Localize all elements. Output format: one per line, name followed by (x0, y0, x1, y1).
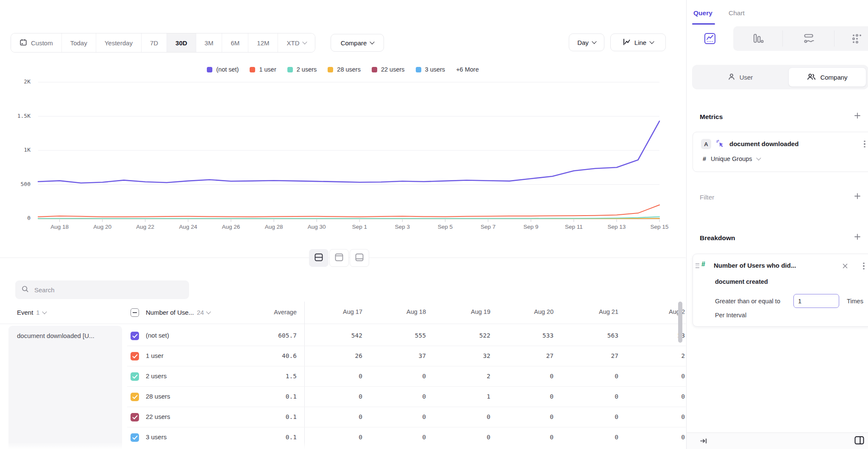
panel-layout-icon[interactable] (854, 436, 864, 446)
scatter-chart-icon[interactable] (844, 26, 868, 51)
series-label[interactable]: (not set) (146, 332, 169, 339)
table-cell-value: 0 (630, 434, 685, 441)
tab-query[interactable]: Query (693, 9, 712, 17)
toggle-option-user[interactable]: User (692, 65, 788, 89)
close-icon[interactable] (840, 261, 850, 271)
range-yesterday[interactable]: Yesterday (96, 33, 142, 52)
drag-handle-icon[interactable] (696, 263, 699, 268)
series-label[interactable]: 1 user (146, 352, 164, 359)
divider (782, 30, 783, 47)
series-label[interactable]: 2 users (146, 372, 167, 380)
breakdown-title[interactable]: Number of Users who did... (714, 262, 837, 269)
flow-chart-icon[interactable] (796, 26, 821, 51)
average-value: 0.1 (237, 413, 297, 420)
range-6m[interactable]: 6M (222, 33, 248, 52)
select-all-checkbox[interactable] (131, 308, 139, 317)
condition-value-input[interactable] (793, 294, 839, 308)
series-checkbox[interactable] (131, 413, 139, 421)
x-axis-tick: Sep 1 (342, 224, 377, 230)
range-custom[interactable]: Custom (11, 33, 62, 52)
chevron-down-icon (370, 39, 375, 44)
legend-item[interactable]: 3 users (416, 66, 445, 73)
x-axis-tick: Sep 5 (427, 224, 463, 230)
line-chart-icon[interactable] (687, 26, 733, 51)
condition-label[interactable]: Greater than or equal to (715, 298, 780, 305)
series-label[interactable]: 3 users (146, 433, 167, 441)
bar-chart-icon[interactable] (745, 26, 771, 51)
legend-more[interactable]: +6 More (456, 66, 479, 73)
series-label[interactable]: 22 users (146, 413, 170, 420)
table-cell-value: 26 (307, 352, 362, 359)
table-cell-value: 542 (307, 332, 362, 339)
add-filter-button[interactable] (852, 191, 862, 201)
legend-swatch (416, 67, 421, 72)
chart-type-button[interactable]: Line (610, 33, 666, 51)
event-row[interactable]: document downloaded [U... (8, 326, 122, 449)
granularity-label: Day (577, 39, 589, 46)
y-axis-tick: 1K (5, 147, 31, 153)
chart-only-view-button[interactable] (329, 249, 349, 267)
series-checkbox[interactable] (131, 433, 139, 442)
range-today[interactable]: Today (62, 33, 96, 52)
range-xtd[interactable]: XTD (278, 33, 315, 52)
toggle-user-label: User (740, 74, 753, 81)
split-view-button[interactable] (309, 249, 328, 267)
metric-aggregation[interactable]: # Unique Groups (703, 155, 760, 162)
metric-event-name[interactable]: document downloaded (729, 140, 798, 147)
add-breakdown-button[interactable] (852, 232, 862, 242)
table-cell-value: 0 (371, 393, 426, 400)
tab-chart[interactable]: Chart (729, 9, 745, 17)
range-30d[interactable]: 30D (167, 33, 196, 52)
x-axis-tick: Sep 13 (599, 224, 634, 230)
range-7d[interactable]: 7D (142, 33, 167, 52)
legend-label: 3 users (425, 66, 445, 73)
legend-item[interactable]: (not set) (207, 66, 239, 73)
add-metric-button[interactable] (852, 111, 862, 121)
table-cell-value: 0 (307, 393, 362, 400)
legend-item[interactable]: 22 users (372, 66, 405, 73)
table-scrollbar[interactable] (678, 302, 682, 343)
row-divider (127, 386, 686, 387)
event-header-label: Event (17, 309, 33, 316)
range-label: Custom (31, 39, 53, 47)
table-cell-value: 533 (498, 332, 554, 339)
chevron-down-icon (42, 309, 47, 314)
breakdown-event-name[interactable]: document created (715, 278, 768, 285)
breakdown-heading: Breakdown (700, 234, 735, 242)
search-input[interactable] (33, 286, 183, 294)
range-label: 6M (231, 39, 239, 47)
series-label[interactable]: 28 users (146, 393, 170, 400)
granularity-button[interactable]: Day (569, 33, 604, 51)
series-column-header[interactable]: Number of Use... 24 (146, 309, 210, 316)
compare-button[interactable]: Compare (331, 34, 384, 52)
series-checkbox[interactable] (131, 332, 139, 340)
kebab-menu-icon[interactable] (859, 261, 868, 271)
range-12m[interactable]: 12M (248, 33, 278, 52)
chevron-down-icon (650, 39, 654, 44)
table-cell-value: 37 (371, 352, 426, 359)
x-axis-tick: Sep 3 (384, 224, 420, 230)
collapse-panel-icon[interactable] (699, 437, 708, 447)
breakdown-card[interactable]: # Number of Users who did... document cr… (693, 254, 868, 327)
average-column-header: Average (237, 309, 297, 316)
legend-item[interactable]: 2 users (287, 66, 317, 73)
table-bottom-fade (0, 442, 686, 449)
table-header-divider (0, 324, 686, 324)
legend-item[interactable]: 1 user (250, 66, 276, 73)
series-checkbox[interactable] (131, 393, 139, 401)
toggle-option-company[interactable]: Company (788, 67, 866, 87)
metric-card[interactable]: A document downloaded # Unique Groups (693, 132, 868, 172)
search-box[interactable] (15, 280, 189, 299)
table-only-view-button[interactable] (350, 249, 369, 267)
per-interval-label[interactable]: Per Interval (715, 312, 746, 319)
range-3m[interactable]: 3M (196, 33, 223, 52)
kebab-menu-icon[interactable] (860, 139, 868, 149)
series-checkbox[interactable] (131, 372, 139, 381)
series-checkbox[interactable] (131, 352, 139, 360)
bottom-pane-icon (355, 253, 364, 263)
chevron-down-icon (592, 39, 596, 44)
legend-item[interactable]: 28 users (328, 66, 361, 73)
event-column-header[interactable]: Event 1 (17, 309, 46, 316)
metric-letter-badge: A (701, 139, 711, 149)
table-cell-value: 2 (435, 373, 490, 380)
